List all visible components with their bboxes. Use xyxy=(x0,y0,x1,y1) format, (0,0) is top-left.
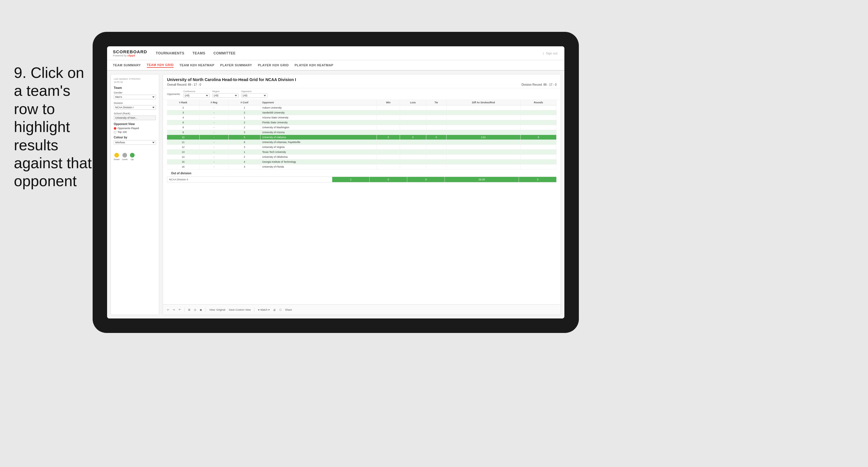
tab-player-h2h-grid[interactable]: PLAYER H2H GRID xyxy=(258,63,289,67)
table-row[interactable]: 4-1Arizona State University xyxy=(167,115,557,120)
out-div-diff: 26.00 xyxy=(445,177,519,182)
top-navigation: SCOREBOARD Powered by clippd TOURNAMENTS… xyxy=(107,46,564,60)
grid-panel: University of North Carolina Head-to-Hea… xyxy=(163,74,561,315)
app-logo: SCOREBOARD Powered by clippd xyxy=(113,49,147,57)
nav-committee[interactable]: COMMITTEE xyxy=(213,50,236,56)
col-diff: Diff Av Strokes/Rnd xyxy=(446,100,520,106)
toolbar-share[interactable]: Share xyxy=(285,308,292,311)
legend-down: Down xyxy=(114,153,120,161)
colour-by-select[interactable]: Win/loss xyxy=(114,140,156,145)
out-div-loss: 0 xyxy=(370,177,407,182)
toolbar-sep1 xyxy=(184,308,185,312)
nav-right: | Sign out xyxy=(543,52,559,55)
radio-top100[interactable]: Top 100 xyxy=(114,130,156,134)
logo-scoreboard: SCOREBOARD xyxy=(113,49,147,54)
division-record: Division Record: 88 - 17 - 0 xyxy=(522,83,557,86)
col-tie: Tie xyxy=(426,100,446,106)
nav-tournaments[interactable]: TOURNAMENTS xyxy=(156,50,184,56)
table-row[interactable]: 13-1Texas Tech University xyxy=(167,150,557,155)
out-div-rounds: 3 xyxy=(519,177,557,182)
tab-player-h2h-heatmap[interactable]: PLAYER H2H HEATMAP xyxy=(294,63,334,67)
tablet-screen: SCOREBOARD Powered by clippd TOURNAMENTS… xyxy=(107,46,564,319)
opponent-filter: Opponent (All) xyxy=(241,90,268,98)
tab-player-summary[interactable]: PLAYER SUMMARY xyxy=(220,63,252,67)
legend-level-circle xyxy=(122,153,127,157)
table-row[interactable]: 15-4Georgia Institute of Technology xyxy=(167,159,557,165)
nav-teams[interactable]: TEAMS xyxy=(192,50,206,56)
legend-down-circle xyxy=(114,153,119,157)
grid-header: University of North Carolina Head-to-Hea… xyxy=(163,75,561,88)
table-row[interactable]: 6-2Florida State University xyxy=(167,120,557,125)
grid-records: Overall Record: 89 - 17 - 0 Division Rec… xyxy=(167,83,557,86)
division-select[interactable]: NCAA Division I xyxy=(114,105,156,110)
table-row[interactable]: 16-3University of Florida xyxy=(167,165,557,169)
col-loss: Loss xyxy=(400,100,426,106)
school-label: School (Rank) xyxy=(114,112,156,115)
main-content: Last Updated: 27/03/2024 16:55:38 Team G… xyxy=(107,71,564,319)
sign-out-link[interactable]: Sign out xyxy=(546,52,557,55)
out-div-win: 1 xyxy=(332,177,370,182)
table-row[interactable]: 9-3University of Arizona xyxy=(167,130,557,135)
tab-team-h2h-heatmap[interactable]: TEAM H2H HEATMAP xyxy=(180,63,214,67)
nav-links: TOURNAMENTS TEAMS COMMITTEE xyxy=(156,50,543,56)
sub-navigation: TEAM SUMMARY TEAM H2H GRID TEAM H2H HEAT… xyxy=(107,60,564,71)
gender-label: Gender xyxy=(114,91,156,94)
toolbar-grid[interactable]: ⊞ xyxy=(188,308,190,311)
toolbar-sep3 xyxy=(254,308,254,312)
h2h-table: # Rank # Reg # Conf Opponent Win Loss Ti… xyxy=(167,100,557,169)
table-row[interactable]: 11-6University of Arkansas, Fayetteville xyxy=(167,140,557,145)
opponents-label: Opponents: xyxy=(167,93,181,95)
col-win: Win xyxy=(377,100,400,106)
gender-select[interactable]: Men's xyxy=(114,95,156,99)
filters-row: Opponents: Conference (All) Region (All) xyxy=(163,88,561,100)
table-row[interactable]: 3-2Vanderbilt University xyxy=(167,110,557,115)
last-updated: Last Updated: 27/03/2024 16:55:38 xyxy=(114,77,156,84)
logo-powered: Powered by clippd xyxy=(113,54,147,57)
toolbar-view-original[interactable]: View: Original xyxy=(209,308,225,311)
overall-record: Overall Record: 89 - 17 - 0 xyxy=(167,83,201,86)
toolbar-back[interactable]: ↶ xyxy=(179,308,181,311)
tab-team-h2h-grid[interactable]: TEAM H2H GRID xyxy=(147,62,174,68)
toolbar-watch[interactable]: ● Watch ▾ xyxy=(258,308,270,311)
sidebar-panel: Last Updated: 27/03/2024 16:55:38 Team G… xyxy=(111,74,159,315)
toolbar-hex[interactable]: ⬡ xyxy=(279,308,282,311)
data-table-container: # Rank # Reg # Conf Opponent Win Loss Ti… xyxy=(163,100,561,304)
col-reg: # Reg xyxy=(199,100,228,106)
legend-up-circle xyxy=(130,153,134,157)
out-div-tie: 0 xyxy=(407,177,445,182)
out-division-table: NCAA Division II 1 0 0 26.00 3 xyxy=(167,177,557,182)
bottom-toolbar: ↩ ↪ ↶ ⊞ ◷ ◉ View: Original Save Custom V… xyxy=(163,304,561,315)
radio-opponents-played[interactable]: Opponents Played xyxy=(114,127,156,130)
opponent-view-title: Opponent View xyxy=(114,122,156,126)
tablet-device: SCOREBOARD Powered by clippd TOURNAMENTS… xyxy=(93,32,579,333)
region-select[interactable]: (All) xyxy=(212,93,239,98)
radio-dot-opponents xyxy=(114,127,116,130)
out-div-name: NCAA Division II xyxy=(167,177,332,182)
toolbar-redo[interactable]: ↪ xyxy=(173,308,175,311)
radio-dot-top100 xyxy=(114,131,116,134)
grid-title: University of North Carolina Head-to-Hea… xyxy=(167,77,557,82)
toolbar-print[interactable]: 🖨 xyxy=(273,308,276,311)
toolbar-circle[interactable]: ◉ xyxy=(200,308,202,311)
col-opponent: Opponent xyxy=(260,100,376,106)
table-row[interactable]: 8-2University of Washington xyxy=(167,125,557,130)
conference-select[interactable]: (All) xyxy=(184,93,210,98)
col-rounds: Rounds xyxy=(520,100,556,106)
table-row[interactable]: 12-3University of Virginia xyxy=(167,145,557,150)
tab-team-summary[interactable]: TEAM SUMMARY xyxy=(113,63,141,67)
toolbar-save-custom[interactable]: Save Custom View xyxy=(229,308,251,311)
conference-filter: Conference (All) xyxy=(184,90,210,98)
legend-up: Up xyxy=(130,153,134,161)
instruction-text: 9. Click on a team's row to highlight re… xyxy=(14,64,95,190)
table-row[interactable]: 10-5University of Alabama3002.618 xyxy=(167,135,557,140)
school-value: University of Nort... xyxy=(114,116,156,120)
toolbar-clock[interactable]: ◷ xyxy=(194,308,196,311)
legend-level: Level xyxy=(122,153,127,161)
region-filter: Region (All) xyxy=(212,90,239,98)
out-of-division-label: Out of division xyxy=(167,169,557,177)
opponent-select[interactable]: (All) xyxy=(241,93,268,98)
table-row[interactable]: 14-2University of Oklahoma xyxy=(167,155,557,159)
legend: Down Level Up xyxy=(114,153,156,161)
table-row[interactable]: 2-1Auburn University xyxy=(167,106,557,110)
toolbar-undo[interactable]: ↩ xyxy=(167,308,169,311)
